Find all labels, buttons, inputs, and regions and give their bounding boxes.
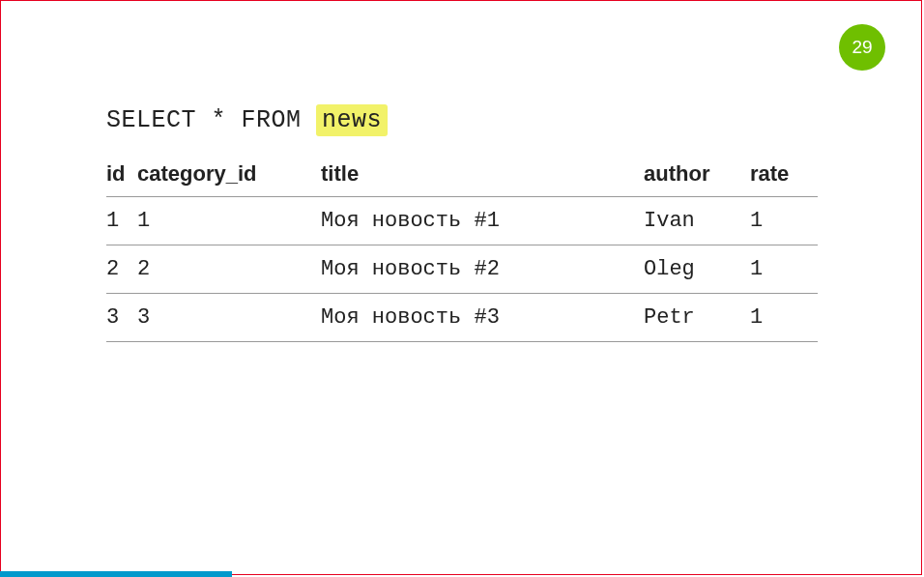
slide-frame: [0, 0, 922, 575]
page-number: 29: [852, 37, 872, 58]
page-number-badge: 29: [839, 24, 885, 71]
progress-bar: [0, 571, 232, 577]
